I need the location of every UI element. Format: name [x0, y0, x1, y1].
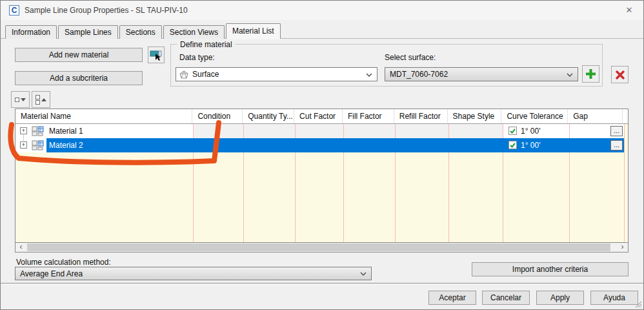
table-row[interactable]: + Material 1 1° 00' ... — [15, 124, 624, 138]
chevron-down-icon — [567, 73, 573, 77]
surface-icon — [179, 70, 188, 79]
select-surface-label: Select surface: — [385, 53, 436, 62]
tree-expand-icon[interactable]: + — [20, 141, 27, 149]
horizontal-scrollbar[interactable]: ‹ › — [15, 242, 628, 252]
tab-sample-lines[interactable]: Sample Lines — [58, 25, 118, 39]
collapse-all-icon — [35, 95, 46, 105]
gap-ellipsis-button[interactable]: ... — [610, 140, 623, 150]
col-shape-style[interactable]: Shape Style — [448, 109, 502, 123]
curve-tolerance-value: 1° 00' — [521, 138, 540, 152]
table-body: + Material 1 1° 00' ... — [15, 124, 628, 242]
add-material-row-button[interactable] — [582, 65, 599, 83]
col-cut-factor[interactable]: Cut Factor — [294, 109, 343, 123]
col-gap[interactable]: Gap — [568, 109, 623, 123]
table-header: Material Name Condition Quantity Ty... C… — [15, 109, 628, 124]
collapse-all-button[interactable] — [32, 91, 50, 108]
chevron-down-icon — [366, 73, 372, 77]
curve-tolerance-checkbox[interactable] — [508, 141, 517, 149]
material-icon — [32, 140, 45, 150]
material-name[interactable]: Material 1 — [49, 124, 83, 138]
civil3d-app-icon: C — [9, 5, 19, 16]
tab-sections[interactable]: Sections — [119, 25, 162, 39]
delete-material-button[interactable] — [611, 66, 629, 83]
apply-button[interactable]: Apply — [536, 291, 584, 305]
scrollbar-thumb[interactable] — [27, 243, 610, 251]
add-new-material-button[interactable]: Add new material — [15, 48, 143, 62]
col-refill-factor[interactable]: Refill Factor — [394, 109, 448, 123]
ok-button[interactable]: Aceptar — [428, 291, 476, 305]
pick-material-name-button[interactable] — [148, 46, 165, 63]
chevron-down-icon — [360, 272, 367, 276]
material-name[interactable]: Material 2 — [49, 138, 83, 152]
help-button[interactable]: Ayuda — [590, 291, 638, 305]
tab-material-list[interactable]: Material List — [226, 23, 281, 39]
close-icon[interactable]: ✕ — [618, 1, 641, 20]
gap-ellipsis-button[interactable]: ... — [610, 126, 623, 136]
window-title: Sample Line Group Properties - SL TAU-PI… — [25, 1, 188, 20]
import-criteria-button[interactable]: Import another criteria — [472, 262, 629, 276]
cancel-button[interactable]: Cancelar — [482, 291, 530, 305]
define-material-legend: Define material — [177, 40, 235, 49]
tab-section-views[interactable]: Section Views — [163, 25, 225, 39]
col-curve-tolerance[interactable]: Curve Tolerance — [501, 109, 568, 123]
resize-grip-icon[interactable] — [634, 300, 642, 308]
curve-tolerance-checkbox[interactable] — [508, 127, 517, 135]
select-surface-value: MDT_7060-7062 — [390, 68, 448, 81]
data-type-label: Data type: — [179, 53, 215, 62]
tab-bar: Information Sample Lines Sections Sectio… — [5, 25, 282, 39]
data-type-value: Surface — [192, 68, 219, 81]
select-in-drawing-icon — [150, 48, 163, 61]
col-condition[interactable]: Condition — [192, 109, 243, 123]
scroll-left-icon[interactable]: ‹ — [15, 243, 26, 252]
volume-method-label: Volume calculation method: — [16, 258, 111, 267]
select-surface-select[interactable]: MDT_7060-7062 — [385, 67, 578, 81]
col-quantity-type[interactable]: Quantity Ty... — [243, 109, 294, 123]
curve-tolerance-value: 1° 00' — [521, 124, 540, 138]
table-row-selected[interactable]: + Material 2 1° 00' ... — [15, 138, 624, 152]
scroll-right-icon[interactable]: › — [617, 243, 628, 252]
material-table: Material Name Condition Quantity Ty... C… — [15, 108, 629, 253]
titlebar: C Sample Line Group Properties - SL TAU-… — [1, 1, 643, 20]
tree-connector — [23, 135, 24, 142]
volume-method-value: Average End Area — [20, 267, 83, 280]
tab-information[interactable]: Information — [5, 25, 57, 39]
tree-expand-icon[interactable]: + — [20, 127, 27, 134]
col-fill-factor[interactable]: Fill Factor — [343, 109, 394, 123]
volume-method-select[interactable]: Average End Area — [15, 267, 372, 280]
col-filler — [623, 109, 628, 123]
expand-all-button[interactable] — [11, 91, 30, 108]
material-icon — [32, 126, 45, 136]
sample-line-group-properties-dialog: C Sample Line Group Properties - SL TAU-… — [0, 0, 644, 310]
add-subcriteria-button[interactable]: Add a subcriteria — [15, 71, 143, 85]
col-material-name[interactable]: Material Name — [15, 109, 192, 123]
red-x-icon — [615, 70, 625, 80]
plus-icon — [585, 68, 596, 79]
data-type-select[interactable]: Surface — [176, 67, 377, 81]
expand-all-icon — [15, 98, 26, 102]
